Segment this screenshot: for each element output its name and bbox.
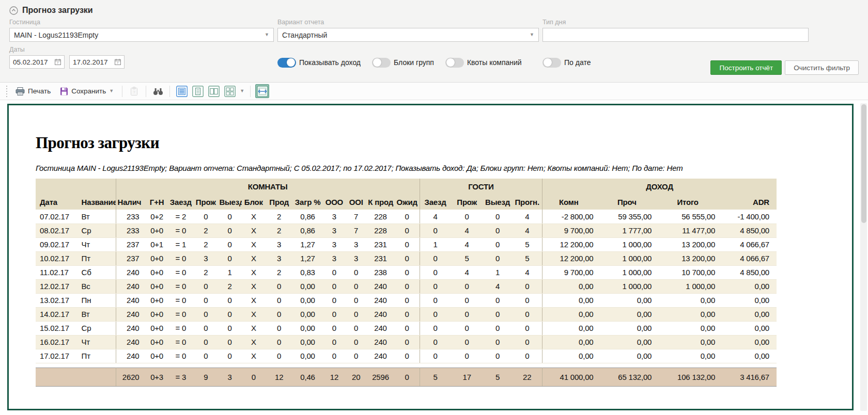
cell: 0 <box>194 279 218 293</box>
cell: 240 <box>366 307 394 321</box>
cell: 0,00 <box>600 349 659 363</box>
cell: 0 <box>483 224 512 237</box>
view-continuous-button[interactable] <box>175 84 189 98</box>
cell: 0+0 <box>146 251 167 265</box>
cell: 0 <box>512 307 542 321</box>
toolbar-separator <box>122 86 122 97</box>
find-button[interactable] <box>151 84 165 98</box>
cell: 4 <box>483 279 512 293</box>
cell: 0 <box>483 335 512 349</box>
svg-text:7: 7 <box>117 61 119 65</box>
cell: 228 <box>366 224 394 237</box>
toggle-group-blocks[interactable]: Блоки групп <box>372 58 434 68</box>
date-from-input[interactable]: 05.02.2017 7 <box>9 55 65 69</box>
cell: 1,27 <box>292 251 322 265</box>
cell: 240 <box>366 279 394 293</box>
cell: 12.02.17 <box>36 279 78 293</box>
cell: 0,00 <box>542 307 601 321</box>
cell: 0,00 <box>292 307 322 321</box>
cell: X <box>242 224 266 237</box>
view-single-page-button[interactable] <box>191 84 205 98</box>
cell: 11 477,00 <box>659 224 722 237</box>
cell: 0 <box>194 307 218 321</box>
cell: 0 <box>218 349 241 363</box>
collapse-panel-icon[interactable] <box>9 6 18 15</box>
print-label: Печать <box>28 87 51 95</box>
cell: 0 <box>323 293 346 307</box>
cell: 0 <box>395 265 420 279</box>
cell: 0,00 <box>542 335 601 349</box>
build-report-button[interactable]: Построить отчёт <box>710 60 782 75</box>
cell: 09.02.17 <box>36 237 78 251</box>
table-row: 09.02.17Чт2370+1= 120X31,27332310140512 … <box>36 237 777 251</box>
view-two-pages-button[interactable] <box>207 84 221 98</box>
save-button[interactable]: Сохранить ▼ <box>56 86 117 97</box>
column-header: Прож <box>194 194 218 210</box>
cell: 0 <box>451 293 483 307</box>
cell: X <box>242 349 266 363</box>
cell: 0 <box>483 321 512 335</box>
toggle-show-income[interactable]: Показывать доход <box>277 58 361 68</box>
cell: 4 850,00 <box>722 224 777 237</box>
cell: 0,00 <box>659 307 722 321</box>
cell: 0,00 <box>600 307 659 321</box>
cell: 4 066,67 <box>722 251 777 265</box>
cell: 0 <box>266 293 292 307</box>
cell: 240 <box>116 279 146 293</box>
cell: Пт <box>78 349 116 363</box>
cell: 0,00 <box>722 321 777 335</box>
hotel-select[interactable]: MAIN - Logus21193Empty ▼ <box>9 28 274 42</box>
cell: 0 <box>420 224 451 237</box>
cell: 0 <box>266 307 292 321</box>
cell: 4 066,67 <box>722 237 777 251</box>
date-to-input[interactable]: 17.02.2017 7 <box>69 55 125 69</box>
report-variant-select[interactable]: Стандартный ▼ <box>277 28 539 42</box>
calendar-icon[interactable]: 7 <box>115 59 121 65</box>
multi-page-grid-icon <box>224 86 236 97</box>
cell: 0 <box>420 279 451 293</box>
cell: 233 <box>116 224 146 237</box>
cell: 2 <box>266 210 292 224</box>
cell: X <box>242 335 266 349</box>
toolbar-separator <box>250 86 251 97</box>
cell: 0 <box>512 335 542 349</box>
table-row: 16.02.17Чт2400+0= 000X00,0000240000000,0… <box>36 335 777 349</box>
cell: 12 200,00 <box>542 251 601 265</box>
column-header: Заезд <box>420 194 451 210</box>
calendar-icon[interactable]: 7 <box>55 59 61 65</box>
cell: 2 <box>194 224 218 237</box>
cell: 1 000,00 <box>600 265 659 279</box>
view-multi-page-button[interactable] <box>223 84 237 98</box>
cell: X <box>242 210 266 224</box>
cell: 0+0 <box>146 307 167 321</box>
cell: X <box>242 321 266 335</box>
chevron-down-icon[interactable]: ▼ <box>240 89 244 93</box>
total-cell: 5 <box>483 368 512 386</box>
cell: 237 <box>116 251 146 265</box>
cell: 0 <box>451 210 483 224</box>
column-header: Название <box>78 194 116 210</box>
cell: 0,00 <box>722 307 777 321</box>
cell: 0,00 <box>292 349 322 363</box>
vertical-scrollbar[interactable] <box>860 103 867 411</box>
spacer-row <box>36 363 777 368</box>
toolbar-grip[interactable] <box>5 86 8 97</box>
print-button[interactable]: Печать <box>12 86 54 97</box>
cell: 0 <box>346 349 366 363</box>
cell: 0,00 <box>659 335 722 349</box>
clear-filter-button[interactable]: Очистить фильтр <box>785 60 859 75</box>
daytype-input[interactable] <box>542 28 809 42</box>
date-from-value: 05.02.2017 <box>13 58 48 66</box>
cell: 0,00 <box>659 321 722 335</box>
toggle-company-quotas[interactable]: Квоты компаний <box>445 58 522 68</box>
scrollbar-thumb[interactable] <box>861 104 866 223</box>
group-header <box>36 179 116 194</box>
fit-width-button[interactable] <box>255 84 269 98</box>
toggle-by-date[interactable]: По дате <box>542 58 591 68</box>
cell: 0 <box>323 321 346 335</box>
table-row: 10.02.17Пт2370+0= 030X31,27332310050512 … <box>36 251 777 265</box>
cell: 0 <box>512 321 542 335</box>
variant-label: Вариант отчета <box>277 19 539 26</box>
cell: 237 <box>116 237 146 251</box>
cell: 240 <box>116 349 146 363</box>
